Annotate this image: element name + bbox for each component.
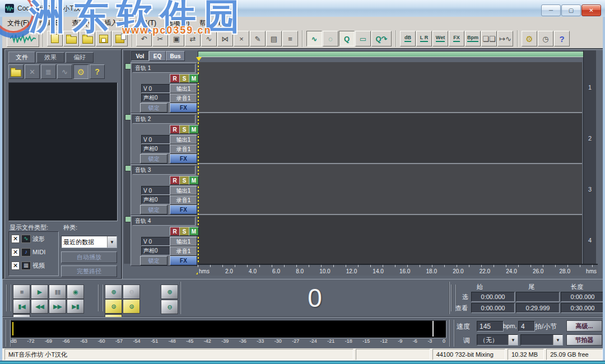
volume-field[interactable]: V 0 xyxy=(141,84,172,93)
file-options-button[interactable]: ≣ xyxy=(41,64,56,79)
pause-button[interactable]: ▮▮ xyxy=(49,284,66,299)
selection-length-field[interactable]: 0:00.000 xyxy=(561,292,604,302)
pan-envelope-button[interactable]: L R xyxy=(416,31,432,46)
solo-button[interactable]: S xyxy=(179,74,189,83)
fx-button[interactable]: FX xyxy=(170,103,197,113)
fast-forward-button[interactable]: ▶▶ xyxy=(49,299,66,314)
punch-in-button[interactable]: ↦∿ xyxy=(497,31,513,46)
lock-button[interactable]: 锁定 xyxy=(140,256,167,265)
fx-button[interactable]: FX xyxy=(170,154,197,164)
level-meter[interactable] xyxy=(11,320,446,338)
insert-into-session-button[interactable]: ∿ xyxy=(57,64,72,79)
solo-button[interactable]: S xyxy=(179,125,189,134)
record-device-button[interactable]: 录音1 xyxy=(170,246,197,256)
snap-to-frames-button[interactable]: ▭ xyxy=(355,31,371,46)
key-dropdown[interactable]: （无） ▼ xyxy=(477,334,518,346)
output-button[interactable]: 输出1 xyxy=(170,135,197,144)
track-lane-2[interactable] xyxy=(198,113,582,164)
record-device-button[interactable]: 录音1 xyxy=(170,94,197,103)
metronome-button[interactable]: 节拍器 xyxy=(566,334,602,346)
full-path-button[interactable]: 完整路径 xyxy=(61,265,117,277)
close-button[interactable]: ✕ xyxy=(581,4,601,16)
erase-button[interactable]: ✎ xyxy=(250,31,266,46)
panel-help-button[interactable]: ? xyxy=(90,64,105,79)
snap-to-ruler-button[interactable]: ∿ xyxy=(306,31,322,46)
clip-blocks-button[interactable]: ❏❏ xyxy=(481,31,497,46)
wet-dry-envelope-button[interactable]: Wet xyxy=(432,31,448,46)
fx-envelope-button[interactable]: FX xyxy=(449,31,464,46)
lock-button[interactable]: 锁定 xyxy=(140,103,167,113)
zoom-in-button[interactable]: ⊕ xyxy=(105,284,122,299)
drag-handle[interactable] xyxy=(449,320,455,347)
stop-button[interactable]: ■ xyxy=(13,284,30,299)
output-button[interactable]: 输出1 xyxy=(170,237,197,246)
volume-field[interactable]: V 0 xyxy=(141,186,172,195)
tab-bus[interactable]: Bus xyxy=(166,51,185,61)
play-button[interactable]: ▶ xyxy=(31,284,48,299)
time-signature-dropdown[interactable]: ▼ xyxy=(520,334,563,346)
rewind-button[interactable]: ◀◀ xyxy=(31,299,48,314)
track-lane-4[interactable] xyxy=(198,215,582,266)
drag-handle[interactable] xyxy=(6,284,12,311)
video-checkbox[interactable]: ✕ xyxy=(11,262,20,270)
chevron-down-icon[interactable]: ▼ xyxy=(553,335,562,345)
tab-favorites[interactable]: 偏好 xyxy=(66,52,94,63)
volume-field[interactable]: V 0 xyxy=(141,237,172,246)
pan-field[interactable]: 声相0 xyxy=(141,195,172,204)
zoom-to-left-button[interactable]: ⊙ xyxy=(105,299,122,314)
solo-button[interactable]: S xyxy=(179,176,189,185)
zoom-out-button[interactable]: ⊖ xyxy=(123,284,140,299)
fx-button[interactable]: FX xyxy=(170,205,197,214)
selection-end-field[interactable] xyxy=(516,292,560,302)
lock-button[interactable]: 锁定 xyxy=(140,154,167,164)
track-lane-3[interactable] xyxy=(198,164,582,215)
track-name[interactable]: 音轨 3 xyxy=(132,166,196,175)
mute-button[interactable]: M xyxy=(189,227,199,236)
vertical-zoom-out-button[interactable]: ⊖ xyxy=(161,300,178,314)
pan-field[interactable]: 声相0 xyxy=(141,94,172,102)
lock-button[interactable]: 锁定 xyxy=(140,205,167,214)
chevron-down-icon[interactable]: ▼ xyxy=(107,236,117,248)
tab-files[interactable]: 文件 xyxy=(8,52,35,63)
track-name[interactable]: 音轨 4 xyxy=(132,217,196,226)
drag-handle[interactable] xyxy=(98,284,104,311)
file-list[interactable] xyxy=(8,82,118,221)
mute-button[interactable]: M xyxy=(189,74,199,83)
chevron-down-icon[interactable]: ▼ xyxy=(508,335,518,345)
horizontal-scroll-bar[interactable] xyxy=(198,51,594,57)
track-name[interactable]: 音轨 2 xyxy=(132,115,196,124)
go-to-end-button[interactable]: ▶▮ xyxy=(67,299,84,314)
close-file-button[interactable]: ✕ xyxy=(25,64,40,79)
record-arm-button[interactable]: R xyxy=(170,227,180,236)
advanced-button[interactable]: 高级... xyxy=(566,320,602,332)
tab-eq[interactable]: EQ xyxy=(149,51,166,61)
minimize-button[interactable]: ─ xyxy=(541,4,561,16)
view-length-field[interactable]: 0:30.000 xyxy=(561,303,604,313)
midi-checkbox[interactable]: ✕ xyxy=(11,248,20,256)
tab-vol[interactable]: Vol xyxy=(131,51,149,61)
volume-envelope-button[interactable]: dB xyxy=(400,31,416,46)
open-file-button[interactable] xyxy=(8,64,24,79)
session-clock-button[interactable]: ◷ xyxy=(538,31,553,46)
pan-field[interactable]: 声相0 xyxy=(141,144,172,153)
panel-settings-button[interactable]: ⚙ xyxy=(73,64,89,79)
tempo-envelope-button[interactable]: Bpm xyxy=(465,31,481,46)
playhead-marker-top[interactable] xyxy=(196,57,202,61)
timeline-ruler[interactable]: hms2.04.06.08.010.012.014.016.018.020.02… xyxy=(198,264,598,276)
maximize-button[interactable]: ▢ xyxy=(561,4,581,16)
loop-duplicate-button[interactable]: Q↷ xyxy=(371,31,392,46)
solo-button[interactable]: S xyxy=(179,227,189,236)
group-clips-button[interactable]: ▤ xyxy=(266,31,282,46)
snap-to-q-button[interactable]: Q xyxy=(339,31,355,46)
track-lane-1[interactable] xyxy=(198,62,582,113)
mute-button[interactable]: M xyxy=(189,176,199,185)
vertical-zoom-in-button[interactable]: ⊕ xyxy=(161,284,178,299)
record-arm-button[interactable]: R xyxy=(170,176,180,185)
beats-input[interactable]: 4 xyxy=(518,321,535,332)
go-to-start-button[interactable]: ▮◀ xyxy=(13,299,30,314)
volume-field[interactable]: V 0 xyxy=(141,135,172,144)
zoom-to-selection-button[interactable]: ⊙ xyxy=(123,299,140,314)
settings-button[interactable]: ⚙ xyxy=(522,31,537,46)
tab-effects[interactable]: 效果 xyxy=(36,52,64,63)
record-device-button[interactable]: 录音1 xyxy=(170,195,197,205)
